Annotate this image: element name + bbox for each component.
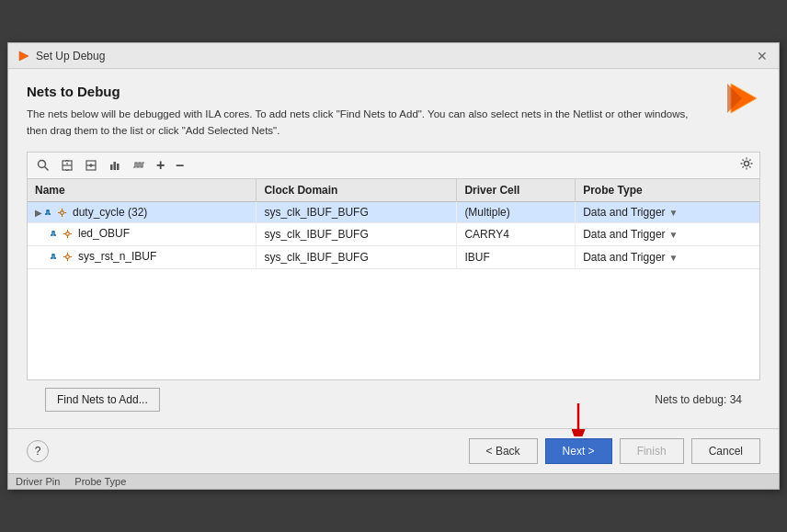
expand-icon bbox=[85, 159, 97, 172]
bar-chart-button[interactable] bbox=[105, 157, 125, 174]
bar-chart-icon bbox=[108, 159, 121, 172]
cell-clock-domain: sys_clk_IBUF_BUFG bbox=[257, 223, 457, 246]
nets-table: Name Clock Domain Driver Cell Probe Type… bbox=[28, 179, 759, 270]
cell-name: ▶ bbox=[28, 201, 257, 223]
status-bar: Driver Pin Probe Type bbox=[8, 473, 779, 489]
footer-buttons: < Back Next > Finish Cancel bbox=[469, 438, 760, 464]
next-button[interactable]: Next > bbox=[545, 438, 612, 464]
title-bar-left: Set Up Debug bbox=[17, 50, 105, 62]
svg-rect-14 bbox=[110, 164, 113, 170]
dialog-content: Nets to Debug The nets below will be deb… bbox=[8, 69, 779, 428]
col-clock-domain: Clock Domain bbox=[257, 179, 457, 202]
finish-button[interactable]: Finish bbox=[620, 438, 684, 464]
vivado-icon bbox=[17, 50, 30, 62]
gear-icon bbox=[63, 229, 73, 239]
cancel-button[interactable]: Cancel bbox=[691, 438, 760, 464]
status-driver-pin: Driver Pin bbox=[16, 476, 60, 487]
col-probe-type: Probe Type bbox=[576, 179, 759, 202]
cell-probe-type: Data and Trigger ▼ bbox=[576, 223, 759, 246]
probe-type-dropdown[interactable]: ▼ bbox=[669, 253, 679, 263]
nets-count: Nets to debug: 34 bbox=[655, 393, 742, 406]
red-arrow-indicator bbox=[560, 403, 597, 436]
waveform-icon bbox=[50, 251, 61, 262]
title-bar: Set Up Debug ✕ bbox=[8, 43, 779, 69]
expand-arrow[interactable]: ▶ bbox=[35, 208, 42, 218]
table-row[interactable]: ▶ bbox=[28, 201, 759, 223]
collapse-button[interactable] bbox=[57, 157, 77, 174]
wave-icon bbox=[132, 159, 145, 172]
setup-debug-dialog: Set Up Debug ✕ Nets to Debug The nets be… bbox=[7, 42, 780, 490]
table-row[interactable]: led_OBUF sys_clk_IBUF_BUFG CARRY4 Data a… bbox=[28, 223, 759, 246]
svg-marker-0 bbox=[19, 51, 29, 61]
cell-name: led_OBUF bbox=[28, 223, 257, 246]
settings-button[interactable] bbox=[739, 156, 754, 174]
settings-icon bbox=[739, 156, 754, 171]
search-button[interactable] bbox=[33, 157, 53, 174]
wave-button[interactable] bbox=[129, 157, 149, 174]
close-button[interactable]: ✕ bbox=[755, 49, 770, 63]
svg-rect-16 bbox=[117, 164, 120, 170]
remove-icon: – bbox=[176, 158, 184, 173]
svg-point-17 bbox=[745, 162, 749, 166]
section-title: Nets to Debug bbox=[27, 84, 760, 99]
cell-driver-cell: (Multiple) bbox=[457, 201, 576, 223]
status-probe-type: Probe Type bbox=[74, 476, 126, 487]
expand-button[interactable] bbox=[81, 157, 101, 174]
gear-icon bbox=[57, 208, 67, 218]
find-nets-button[interactable]: Find Nets to Add... bbox=[45, 388, 160, 412]
col-driver-cell: Driver Cell bbox=[457, 179, 576, 202]
svg-rect-15 bbox=[114, 162, 117, 170]
table-header-row: Name Clock Domain Driver Cell Probe Type bbox=[28, 179, 759, 202]
cell-driver-cell: CARRY4 bbox=[457, 223, 576, 246]
help-button[interactable]: ? bbox=[27, 440, 49, 462]
cell-name: sys_rst_n_IBUF bbox=[28, 246, 257, 269]
col-name: Name bbox=[28, 179, 257, 202]
toolbar: + – bbox=[27, 152, 760, 178]
probe-type-dropdown[interactable]: ▼ bbox=[669, 208, 679, 218]
add-icon: + bbox=[156, 158, 165, 173]
footer: ? < Back Next > Finish Cancel bbox=[8, 428, 779, 473]
svg-point-23 bbox=[66, 232, 70, 235]
cell-driver-cell: IBUF bbox=[457, 246, 576, 269]
waveform-icon bbox=[50, 228, 61, 239]
vivado-logo bbox=[724, 80, 760, 119]
bottom-bar: Find Nets to Add... Nets to debug: 34 bbox=[27, 380, 760, 419]
gear-icon bbox=[63, 252, 73, 262]
dialog-title: Set Up Debug bbox=[36, 50, 105, 62]
header-area: Nets to Debug The nets below will be deb… bbox=[27, 84, 760, 152]
nets-table-container: Name Clock Domain Driver Cell Probe Type… bbox=[27, 178, 760, 380]
cell-clock-domain: sys_clk_IBUF_BUFG bbox=[257, 246, 457, 269]
remove-button[interactable]: – bbox=[172, 156, 188, 175]
collapse-icon bbox=[61, 159, 74, 172]
back-button[interactable]: < Back bbox=[469, 438, 538, 464]
svg-point-5 bbox=[39, 160, 46, 167]
add-button[interactable]: + bbox=[153, 156, 168, 175]
svg-point-28 bbox=[66, 255, 70, 258]
cell-clock-domain: sys_clk_IBUF_BUFG bbox=[257, 201, 457, 223]
search-icon bbox=[37, 159, 50, 172]
probe-type-dropdown[interactable]: ▼ bbox=[669, 230, 679, 240]
next-button-wrapper: Next > bbox=[545, 438, 612, 464]
description-text: The nets below will be debugged with ILA… bbox=[27, 107, 689, 139]
table-row[interactable]: sys_rst_n_IBUF sys_clk_IBUF_BUFG IBUF Da… bbox=[28, 246, 759, 269]
svg-line-6 bbox=[45, 166, 49, 170]
waveform-icon bbox=[44, 207, 55, 218]
svg-point-18 bbox=[61, 210, 64, 214]
cell-probe-type: Data and Trigger ▼ bbox=[576, 246, 759, 269]
cell-probe-type: Data and Trigger ▼ bbox=[576, 201, 759, 223]
